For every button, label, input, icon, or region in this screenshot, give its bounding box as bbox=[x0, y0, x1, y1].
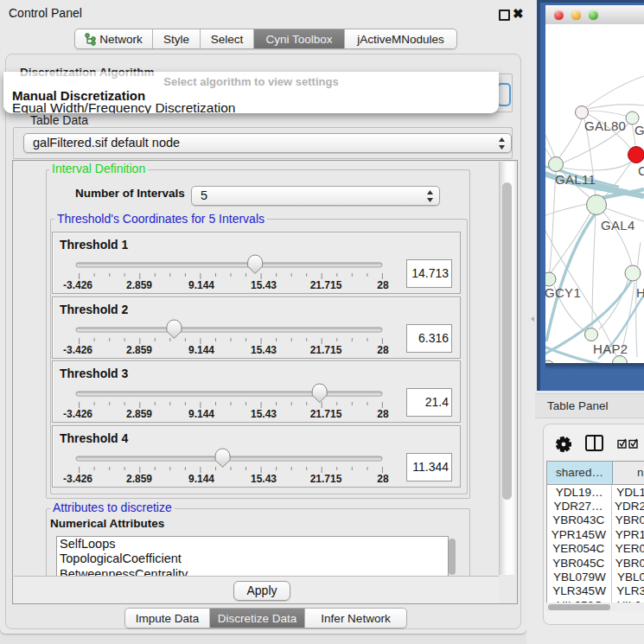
svg-text:C: C bbox=[638, 163, 644, 178]
svg-text:GAL11: GAL11 bbox=[555, 172, 596, 187]
svg-text:GA: GA bbox=[634, 123, 644, 137]
svg-text:H: H bbox=[636, 285, 644, 300]
svg-text:GCY1: GCY1 bbox=[545, 285, 581, 300]
svg-text:HAP2: HAP2 bbox=[593, 341, 628, 356]
svg-text:GAL4: GAL4 bbox=[601, 218, 635, 233]
svg-text:GAL80: GAL80 bbox=[584, 118, 626, 133]
